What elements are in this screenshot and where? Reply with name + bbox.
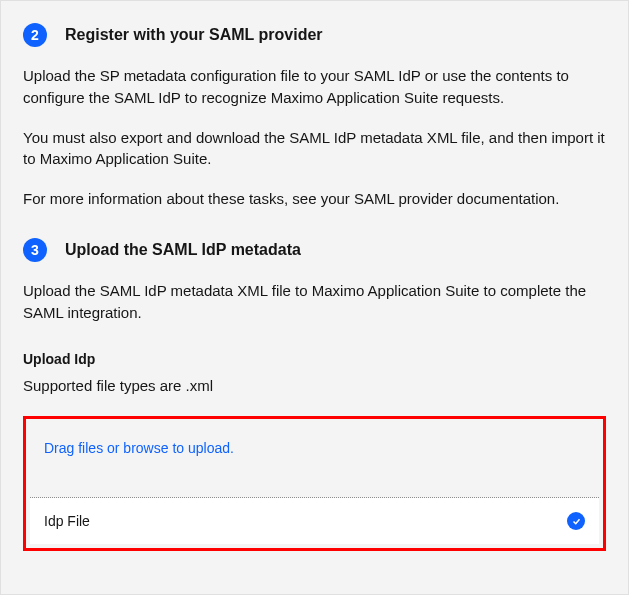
step-3-block: 3 Upload the SAML IdP metadata Upload th… xyxy=(23,238,606,324)
step-2-header: 2 Register with your SAML provider xyxy=(23,23,606,47)
step-2-desc-1: Upload the SP metadata configuration fil… xyxy=(23,65,606,109)
upload-widget-highlight: Drag files or browse to upload. Idp File xyxy=(23,416,606,551)
step-3-badge: 3 xyxy=(23,238,47,262)
uploaded-file-name: Idp File xyxy=(44,513,90,529)
saml-config-panel: 2 Register with your SAML provider Uploa… xyxy=(0,0,629,595)
step-3-header: 3 Upload the SAML IdP metadata xyxy=(23,238,606,262)
step-2-block: 2 Register with your SAML provider Uploa… xyxy=(23,23,606,210)
uploaded-file-row[interactable]: Idp File xyxy=(30,498,599,544)
step-2-desc-2: You must also export and download the SA… xyxy=(23,127,606,171)
upload-section: Upload Idp Supported file types are .xml… xyxy=(23,351,606,551)
step-3-title: Upload the SAML IdP metadata xyxy=(65,241,301,259)
step-3-desc-1: Upload the SAML IdP metadata XML file to… xyxy=(23,280,606,324)
upload-label: Upload Idp xyxy=(23,351,606,367)
file-dropzone[interactable]: Drag files or browse to upload. xyxy=(30,423,599,498)
step-2-badge: 2 xyxy=(23,23,47,47)
step-2-desc-3: For more information about these tasks, … xyxy=(23,188,606,210)
step-2-title: Register with your SAML provider xyxy=(65,26,323,44)
dropzone-text: Drag files or browse to upload. xyxy=(44,440,234,456)
check-circle-icon xyxy=(567,512,585,530)
supported-file-types: Supported file types are .xml xyxy=(23,377,606,394)
